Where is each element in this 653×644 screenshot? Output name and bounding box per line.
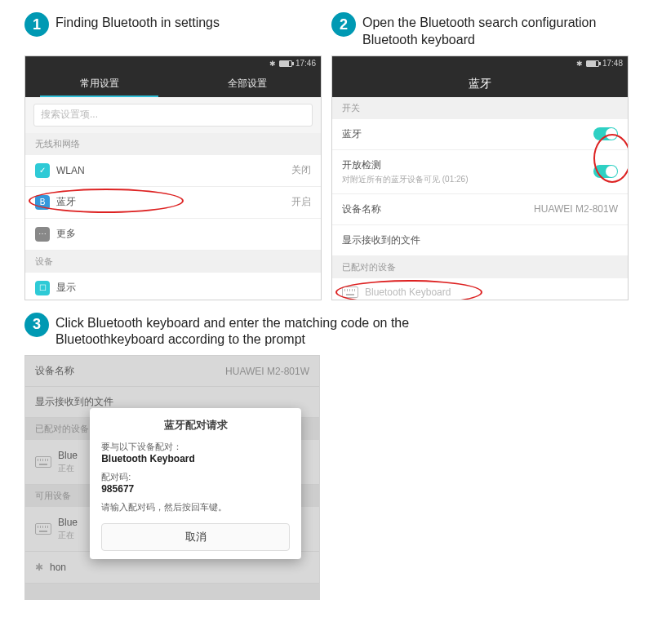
wlan-label: WLAN: [56, 165, 85, 176]
display-row[interactable]: ☐ 显示: [25, 273, 321, 300]
page-title: 蓝牙: [332, 71, 628, 97]
device-name-row[interactable]: 设备名称 HUAWEI M2-801W: [332, 194, 628, 225]
settings-tabbar: 常用设置 全部设置: [25, 71, 321, 97]
keyboard-icon: [342, 286, 358, 298]
discoverable-toggle[interactable]: [593, 165, 618, 178]
tab-common-settings[interactable]: 常用设置: [25, 71, 173, 97]
paired-device-row[interactable]: Bluetooth Keyboard: [332, 278, 628, 300]
screenshot-settings: ✱ 17:46 常用设置 全部设置 搜索设置项... 无线和网络 ✓ WLAN …: [24, 56, 322, 300]
wifi-icon: ✓: [35, 163, 50, 178]
status-time: 17:46: [295, 59, 316, 68]
bluetooth-icon: B: [35, 195, 50, 210]
more-row[interactable]: ⋯ 更多: [25, 219, 321, 251]
dialog-pairing-code: 985677: [101, 483, 290, 495]
wlan-row[interactable]: ✓ WLAN 关闭: [25, 155, 321, 187]
battery-icon: [279, 60, 292, 67]
bluetooth-toggle-label: 蓝牙: [342, 127, 362, 141]
device-name-value: HUAWEI M2-801W: [534, 203, 618, 215]
status-time: 17:48: [602, 59, 623, 68]
step-3-text: Click Bluetooth keyboard and enter the m…: [56, 313, 409, 349]
section-paired-label: 已配对的设备: [332, 256, 628, 278]
more-label: 更多: [56, 227, 76, 241]
wlan-status: 关闭: [291, 163, 311, 177]
section-switch-label: 开关: [332, 97, 628, 119]
display-label: 显示: [56, 281, 76, 295]
step-2-badge: 2: [331, 12, 356, 37]
paired-device-name: Bluetooth Keyboard: [365, 286, 451, 298]
received-files-row[interactable]: 显示接收到的文件: [332, 225, 628, 256]
step-1-badge: 1: [24, 12, 49, 37]
status-bar: ✱ 17:48: [332, 56, 628, 71]
discoverable-label: 开放检测: [342, 158, 468, 172]
pairing-dialog: 蓝牙配对请求 要与以下设备配对： Bluetooth Keyboard 配对码:…: [90, 408, 301, 559]
discoverable-toggle-row[interactable]: 开放检测 对附近所有的蓝牙设备可见 (01:26): [332, 150, 628, 194]
section-device-label: 设备: [25, 251, 321, 273]
dialog-instruction: 请输入配对码，然后按回车键。: [101, 501, 290, 513]
dialog-code-label: 配对码:: [101, 471, 290, 483]
device-name-label: 设备名称: [342, 202, 381, 216]
step-3-badge: 3: [24, 313, 49, 337]
dialog-pair-with-label: 要与以下设备配对：: [101, 441, 290, 453]
bluetooth-label: 蓝牙: [56, 195, 76, 209]
battery-icon: [586, 60, 599, 67]
dialog-title: 蓝牙配对请求: [101, 418, 290, 433]
received-files-label: 显示接收到的文件: [342, 233, 420, 247]
bluetooth-status-icon: ✱: [576, 60, 583, 68]
step-1-text: Finding Bluetooth in settings: [56, 12, 220, 32]
bluetooth-status: 开启: [291, 195, 311, 209]
dialog-device-name: Bluetooth Keyboard: [101, 453, 290, 464]
bluetooth-row[interactable]: B 蓝牙 开启: [25, 187, 321, 219]
discoverable-subtitle: 对附近所有的蓝牙设备可见 (01:26): [342, 174, 468, 185]
cancel-button[interactable]: 取消: [101, 523, 290, 551]
bluetooth-status-icon: ✱: [269, 60, 276, 68]
screenshot-pairing-dialog: 设备名称 HUAWEI M2-801W 显示接收到的文件 已配对的设备 Blue…: [24, 355, 320, 600]
tab-all-settings[interactable]: 全部设置: [173, 71, 321, 97]
settings-search-input[interactable]: 搜索设置项...: [33, 104, 313, 127]
section-wireless-label: 无线和网络: [25, 133, 321, 155]
display-icon: ☐: [35, 281, 50, 295]
bluetooth-toggle-row[interactable]: 蓝牙: [332, 119, 628, 150]
step-2-text: Open the Bluetooth search configuration …: [362, 12, 596, 49]
bluetooth-toggle[interactable]: [593, 127, 618, 140]
screenshot-bluetooth-settings: ✱ 17:48 蓝牙 开关 蓝牙 开放检测 对附近所有的蓝牙设备可见 (01:2…: [331, 56, 629, 300]
more-icon: ⋯: [35, 227, 50, 242]
status-bar: ✱ 17:46: [25, 56, 321, 71]
